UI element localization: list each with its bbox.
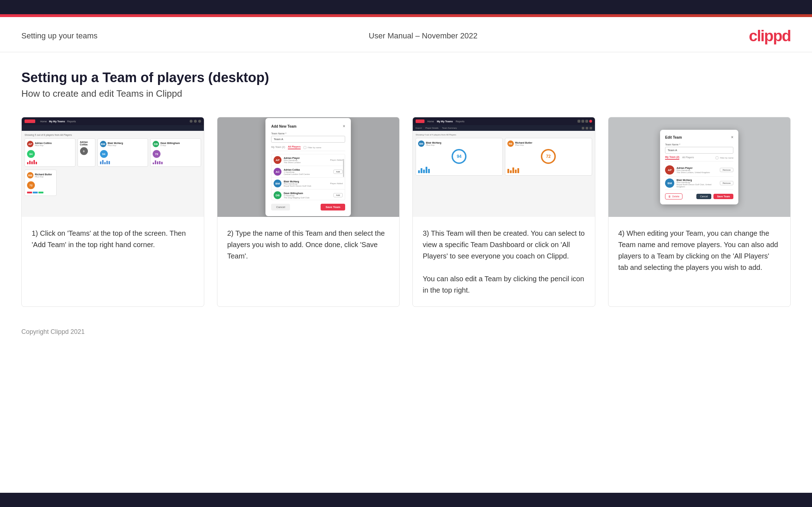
step-card-1: Home My My Teams Reports Showing 5 out o… <box>21 117 204 307</box>
top-bar <box>0 0 812 14</box>
screenshot-4: Edit Team × Team Name * Team A My Team (… <box>608 117 791 217</box>
footer: Copyright Clippd 2021 <box>0 321 812 343</box>
clippd-logo: clippd <box>749 27 791 45</box>
scrollbar[interactable] <box>343 159 344 177</box>
copyright-text: Copyright Clippd 2021 <box>21 328 85 335</box>
edit-team-modal: Edit Team × Team Name * Team A My Team (… <box>660 130 738 204</box>
team-name-input[interactable]: Team A <box>271 136 345 143</box>
player-info-1: Adrian Player Plus HandicapThe Shire Lon… <box>284 157 328 164</box>
edit-modal-close[interactable]: × <box>731 135 733 140</box>
page-header: Setting up your teams User Manual – Nove… <box>0 17 812 52</box>
step-card-4: Edit Team × Team Name * Team A My Team (… <box>608 117 791 307</box>
player-avatar-4: DB <box>274 191 281 199</box>
player-avatar-1: AP <box>274 156 281 164</box>
player-3-added: Player Added <box>330 182 343 185</box>
my-team-tab[interactable]: My Team (2) <box>271 146 285 149</box>
remove-player-1-button[interactable]: Remove <box>720 168 733 172</box>
modal-cancel-button[interactable]: Cancel <box>271 204 290 210</box>
screenshot-2: Add New Team × Team Name * Team A My Tea… <box>217 117 400 217</box>
remove-player-2-button[interactable]: Remove <box>720 181 733 185</box>
screenshot-3: Home My My Teams Reports Export Player D… <box>413 117 595 217</box>
team-name-label: Team Name * <box>271 132 345 135</box>
add-team-modal: Add New Team × Team Name * Team A My Tea… <box>265 118 351 216</box>
screenshot-1: Home My My Teams Reports Showing 5 out o… <box>22 117 204 217</box>
player-item-1: AP Adrian Player Plus HandicapThe Shire … <box>271 154 345 166</box>
all-players-tab[interactable]: All Players <box>288 145 301 149</box>
player-avatar-3: BM <box>274 180 281 187</box>
page-title: Setting up a Team of players (desktop) <box>21 70 791 85</box>
bottom-bar <box>0 493 812 507</box>
edit-all-players-tab[interactable]: All Players <box>682 156 694 159</box>
player-info-4: Dave Billingham 5 HandicapThe Dog Maglin… <box>284 192 331 199</box>
player-item-3: BM Blair McHarg Plus HandicapRoyal North… <box>271 178 345 190</box>
player-item-4: DB Dave Billingham 5 HandicapThe Dog Mag… <box>271 190 345 200</box>
player-avatar-2: AC <box>274 168 281 176</box>
player-list: AP Adrian Player Plus HandicapThe Shire … <box>271 154 345 200</box>
cards-grid: Home My My Teams Reports Showing 5 out o… <box>21 117 791 307</box>
step-4-text: 4) When editing your Team, you can chang… <box>608 217 791 306</box>
edit-filter-checkbox[interactable] <box>716 156 718 159</box>
filter-checkbox[interactable] <box>304 146 306 149</box>
add-player-2-button[interactable]: Add <box>333 170 343 174</box>
edit-cancel-button[interactable]: Cancel <box>696 194 711 199</box>
step-card-2: Add New Team × Team Name * Team A My Tea… <box>217 117 400 307</box>
edit-modal-footer: 🗑 Delete Cancel Save Team <box>665 193 733 199</box>
page-subtitle: How to create and edit Teams in Clippd <box>21 88 791 99</box>
modal-save-button[interactable]: Save Team <box>321 204 345 210</box>
accent-bar <box>0 14 812 17</box>
edit-player-info-1: Adrian Player Plus HandicapThe Shire Lon… <box>676 167 718 174</box>
player-info-3: Blair McHarg Plus HandicapRoyal North De… <box>284 180 328 187</box>
header-manual-title: User Manual – November 2022 <box>369 31 478 41</box>
edit-my-team-tab[interactable]: My Team (2) <box>665 156 679 160</box>
modal-add-title: Add New Team <box>271 124 296 128</box>
step-3-text: 3) This Team will then be created. You c… <box>413 217 595 306</box>
header-section-label: Setting up your teams <box>21 31 97 41</box>
step-card-3: Home My My Teams Reports Export Player D… <box>412 117 595 307</box>
player-info-2: Adrian Coliba 1 HandicapCentral London G… <box>284 169 331 175</box>
step-1-text: 1) Click on 'Teams' at the top of the sc… <box>22 217 204 306</box>
edit-player-avatar-1: AP <box>665 165 674 175</box>
add-player-4-button[interactable]: Add <box>333 193 343 197</box>
edit-player-avatar-2: BM <box>665 178 674 188</box>
main-content: Setting up a Team of players (desktop) H… <box>0 52 812 321</box>
modal-add-close[interactable]: × <box>343 124 345 129</box>
step-2-text: 2) Type the name of this Team and then s… <box>217 217 400 306</box>
edit-team-name-label: Team Name * <box>665 143 733 146</box>
trash-icon: 🗑 <box>668 195 671 198</box>
edit-save-button[interactable]: Save Team <box>713 194 733 199</box>
player-item-2: AC Adrian Coliba 1 HandicapCentral Londo… <box>271 166 345 178</box>
edit-team-name-input[interactable]: Team A <box>665 147 733 154</box>
player-1-added: Player Added <box>330 159 343 161</box>
edit-player-item-2: BM Blair McHarg Plus HandicapRoyal North… <box>665 177 733 190</box>
delete-team-button[interactable]: 🗑 Delete <box>665 193 682 199</box>
edit-player-list: AP Adrian Player Plus HandicapThe Shire … <box>665 164 733 190</box>
edit-modal-title: Edit Team <box>665 135 682 139</box>
edit-player-info-2: Blair McHarg Plus HandicapRoyal North De… <box>676 179 718 188</box>
edit-player-item-1: AP Adrian Player Plus HandicapThe Shire … <box>665 164 733 177</box>
